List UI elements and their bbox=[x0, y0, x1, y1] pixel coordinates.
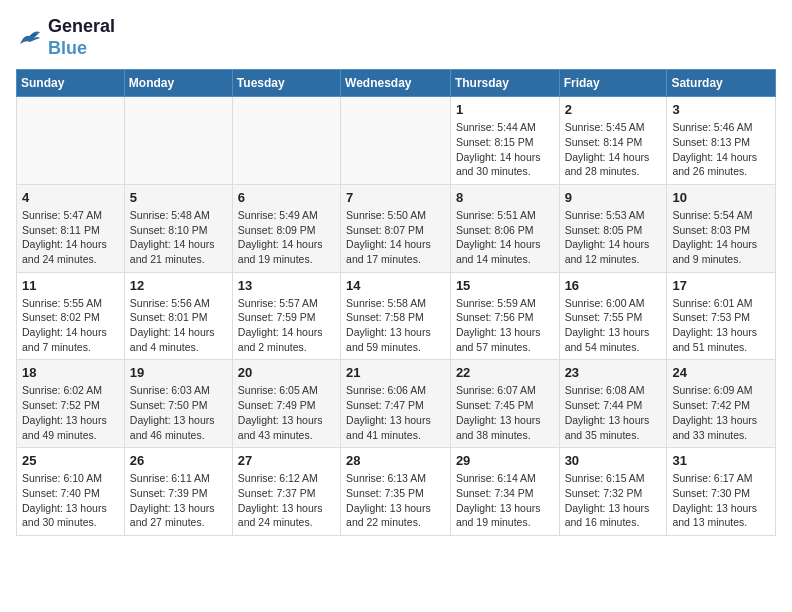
logo-text: GeneralBlue bbox=[48, 16, 115, 59]
calendar-cell: 11Sunrise: 5:55 AM Sunset: 8:02 PM Dayli… bbox=[17, 272, 125, 360]
day-info: Sunrise: 5:49 AM Sunset: 8:09 PM Dayligh… bbox=[238, 208, 335, 267]
calendar-cell bbox=[341, 97, 451, 185]
calendar-cell: 4Sunrise: 5:47 AM Sunset: 8:11 PM Daylig… bbox=[17, 184, 125, 272]
calendar-cell: 24Sunrise: 6:09 AM Sunset: 7:42 PM Dayli… bbox=[667, 360, 776, 448]
day-number: 30 bbox=[565, 453, 662, 468]
calendar-cell: 23Sunrise: 6:08 AM Sunset: 7:44 PM Dayli… bbox=[559, 360, 667, 448]
day-info: Sunrise: 6:05 AM Sunset: 7:49 PM Dayligh… bbox=[238, 383, 335, 442]
day-number: 15 bbox=[456, 278, 554, 293]
day-number: 9 bbox=[565, 190, 662, 205]
day-info: Sunrise: 5:45 AM Sunset: 8:14 PM Dayligh… bbox=[565, 120, 662, 179]
day-number: 5 bbox=[130, 190, 227, 205]
day-info: Sunrise: 5:44 AM Sunset: 8:15 PM Dayligh… bbox=[456, 120, 554, 179]
day-number: 7 bbox=[346, 190, 445, 205]
calendar-cell: 13Sunrise: 5:57 AM Sunset: 7:59 PM Dayli… bbox=[232, 272, 340, 360]
day-number: 16 bbox=[565, 278, 662, 293]
day-number: 1 bbox=[456, 102, 554, 117]
day-number: 13 bbox=[238, 278, 335, 293]
calendar-table: Sunday Monday Tuesday Wednesday Thursday… bbox=[16, 69, 776, 536]
calendar-cell: 2Sunrise: 5:45 AM Sunset: 8:14 PM Daylig… bbox=[559, 97, 667, 185]
day-info: Sunrise: 6:01 AM Sunset: 7:53 PM Dayligh… bbox=[672, 296, 770, 355]
calendar-cell: 18Sunrise: 6:02 AM Sunset: 7:52 PM Dayli… bbox=[17, 360, 125, 448]
day-number: 25 bbox=[22, 453, 119, 468]
calendar-week-3: 11Sunrise: 5:55 AM Sunset: 8:02 PM Dayli… bbox=[17, 272, 776, 360]
day-info: Sunrise: 5:55 AM Sunset: 8:02 PM Dayligh… bbox=[22, 296, 119, 355]
day-info: Sunrise: 5:47 AM Sunset: 8:11 PM Dayligh… bbox=[22, 208, 119, 267]
day-info: Sunrise: 6:12 AM Sunset: 7:37 PM Dayligh… bbox=[238, 471, 335, 530]
calendar-body: 1Sunrise: 5:44 AM Sunset: 8:15 PM Daylig… bbox=[17, 97, 776, 536]
day-info: Sunrise: 6:02 AM Sunset: 7:52 PM Dayligh… bbox=[22, 383, 119, 442]
day-number: 3 bbox=[672, 102, 770, 117]
calendar-cell: 8Sunrise: 5:51 AM Sunset: 8:06 PM Daylig… bbox=[450, 184, 559, 272]
calendar-cell: 6Sunrise: 5:49 AM Sunset: 8:09 PM Daylig… bbox=[232, 184, 340, 272]
day-info: Sunrise: 5:57 AM Sunset: 7:59 PM Dayligh… bbox=[238, 296, 335, 355]
col-saturday: Saturday bbox=[667, 70, 776, 97]
day-number: 11 bbox=[22, 278, 119, 293]
calendar-cell: 31Sunrise: 6:17 AM Sunset: 7:30 PM Dayli… bbox=[667, 448, 776, 536]
day-info: Sunrise: 5:53 AM Sunset: 8:05 PM Dayligh… bbox=[565, 208, 662, 267]
calendar-cell: 21Sunrise: 6:06 AM Sunset: 7:47 PM Dayli… bbox=[341, 360, 451, 448]
day-number: 2 bbox=[565, 102, 662, 117]
col-thursday: Thursday bbox=[450, 70, 559, 97]
day-info: Sunrise: 6:14 AM Sunset: 7:34 PM Dayligh… bbox=[456, 471, 554, 530]
day-info: Sunrise: 5:46 AM Sunset: 8:13 PM Dayligh… bbox=[672, 120, 770, 179]
day-number: 27 bbox=[238, 453, 335, 468]
calendar-cell: 17Sunrise: 6:01 AM Sunset: 7:53 PM Dayli… bbox=[667, 272, 776, 360]
day-number: 19 bbox=[130, 365, 227, 380]
calendar-week-5: 25Sunrise: 6:10 AM Sunset: 7:40 PM Dayli… bbox=[17, 448, 776, 536]
calendar-cell: 25Sunrise: 6:10 AM Sunset: 7:40 PM Dayli… bbox=[17, 448, 125, 536]
calendar-cell: 15Sunrise: 5:59 AM Sunset: 7:56 PM Dayli… bbox=[450, 272, 559, 360]
calendar-cell: 5Sunrise: 5:48 AM Sunset: 8:10 PM Daylig… bbox=[124, 184, 232, 272]
calendar-week-2: 4Sunrise: 5:47 AM Sunset: 8:11 PM Daylig… bbox=[17, 184, 776, 272]
col-monday: Monday bbox=[124, 70, 232, 97]
day-number: 6 bbox=[238, 190, 335, 205]
day-info: Sunrise: 6:10 AM Sunset: 7:40 PM Dayligh… bbox=[22, 471, 119, 530]
day-number: 10 bbox=[672, 190, 770, 205]
day-info: Sunrise: 5:54 AM Sunset: 8:03 PM Dayligh… bbox=[672, 208, 770, 267]
day-number: 28 bbox=[346, 453, 445, 468]
calendar-cell: 10Sunrise: 5:54 AM Sunset: 8:03 PM Dayli… bbox=[667, 184, 776, 272]
logo: GeneralBlue bbox=[16, 16, 115, 59]
day-info: Sunrise: 5:51 AM Sunset: 8:06 PM Dayligh… bbox=[456, 208, 554, 267]
calendar-cell: 22Sunrise: 6:07 AM Sunset: 7:45 PM Dayli… bbox=[450, 360, 559, 448]
day-info: Sunrise: 5:58 AM Sunset: 7:58 PM Dayligh… bbox=[346, 296, 445, 355]
day-number: 26 bbox=[130, 453, 227, 468]
day-info: Sunrise: 6:03 AM Sunset: 7:50 PM Dayligh… bbox=[130, 383, 227, 442]
calendar-cell: 3Sunrise: 5:46 AM Sunset: 8:13 PM Daylig… bbox=[667, 97, 776, 185]
day-info: Sunrise: 6:13 AM Sunset: 7:35 PM Dayligh… bbox=[346, 471, 445, 530]
day-info: Sunrise: 6:08 AM Sunset: 7:44 PM Dayligh… bbox=[565, 383, 662, 442]
day-number: 8 bbox=[456, 190, 554, 205]
day-info: Sunrise: 6:07 AM Sunset: 7:45 PM Dayligh… bbox=[456, 383, 554, 442]
day-number: 12 bbox=[130, 278, 227, 293]
page-header: GeneralBlue bbox=[16, 16, 776, 59]
calendar-cell: 29Sunrise: 6:14 AM Sunset: 7:34 PM Dayli… bbox=[450, 448, 559, 536]
calendar-cell bbox=[232, 97, 340, 185]
col-tuesday: Tuesday bbox=[232, 70, 340, 97]
calendar-cell: 20Sunrise: 6:05 AM Sunset: 7:49 PM Dayli… bbox=[232, 360, 340, 448]
calendar-cell: 1Sunrise: 5:44 AM Sunset: 8:15 PM Daylig… bbox=[450, 97, 559, 185]
day-info: Sunrise: 5:56 AM Sunset: 8:01 PM Dayligh… bbox=[130, 296, 227, 355]
day-number: 14 bbox=[346, 278, 445, 293]
day-info: Sunrise: 5:48 AM Sunset: 8:10 PM Dayligh… bbox=[130, 208, 227, 267]
day-info: Sunrise: 6:11 AM Sunset: 7:39 PM Dayligh… bbox=[130, 471, 227, 530]
calendar-cell: 9Sunrise: 5:53 AM Sunset: 8:05 PM Daylig… bbox=[559, 184, 667, 272]
calendar-cell: 26Sunrise: 6:11 AM Sunset: 7:39 PM Dayli… bbox=[124, 448, 232, 536]
day-info: Sunrise: 6:17 AM Sunset: 7:30 PM Dayligh… bbox=[672, 471, 770, 530]
calendar-cell: 16Sunrise: 6:00 AM Sunset: 7:55 PM Dayli… bbox=[559, 272, 667, 360]
day-info: Sunrise: 6:09 AM Sunset: 7:42 PM Dayligh… bbox=[672, 383, 770, 442]
calendar-cell bbox=[124, 97, 232, 185]
calendar-cell: 14Sunrise: 5:58 AM Sunset: 7:58 PM Dayli… bbox=[341, 272, 451, 360]
calendar-cell: 19Sunrise: 6:03 AM Sunset: 7:50 PM Dayli… bbox=[124, 360, 232, 448]
day-number: 23 bbox=[565, 365, 662, 380]
calendar-cell: 12Sunrise: 5:56 AM Sunset: 8:01 PM Dayli… bbox=[124, 272, 232, 360]
col-friday: Friday bbox=[559, 70, 667, 97]
day-info: Sunrise: 6:06 AM Sunset: 7:47 PM Dayligh… bbox=[346, 383, 445, 442]
day-number: 20 bbox=[238, 365, 335, 380]
calendar-cell: 28Sunrise: 6:13 AM Sunset: 7:35 PM Dayli… bbox=[341, 448, 451, 536]
calendar-week-1: 1Sunrise: 5:44 AM Sunset: 8:15 PM Daylig… bbox=[17, 97, 776, 185]
day-number: 29 bbox=[456, 453, 554, 468]
day-info: Sunrise: 6:15 AM Sunset: 7:32 PM Dayligh… bbox=[565, 471, 662, 530]
day-info: Sunrise: 6:00 AM Sunset: 7:55 PM Dayligh… bbox=[565, 296, 662, 355]
day-number: 17 bbox=[672, 278, 770, 293]
day-info: Sunrise: 5:59 AM Sunset: 7:56 PM Dayligh… bbox=[456, 296, 554, 355]
